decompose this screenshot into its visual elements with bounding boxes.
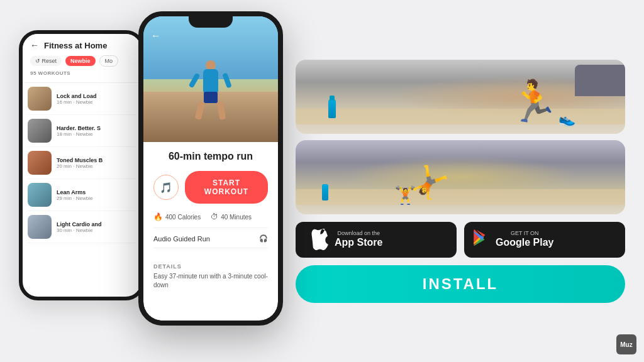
- workout-thumb-1: [28, 87, 52, 111]
- workout-name-5: Light Cardio and: [57, 221, 136, 228]
- details-section: DETAILS Easy 37-minute run with a 3-minu…: [143, 257, 278, 296]
- shoe-detail: 👟: [558, 111, 575, 128]
- workout-name-4: Lean Arms: [57, 189, 136, 195]
- phone-bg-header: ← Fitness at Home ↺ Reset Newbie Mo 95 W…: [23, 34, 141, 83]
- situp-background: 🏃 👟: [296, 60, 625, 134]
- workout-thumb-3: [28, 151, 52, 175]
- workout-meta-4: 29 min · Newbie: [57, 195, 136, 201]
- phones-section: ← Fitness at Home ↺ Reset Newbie Mo 95 W…: [19, 11, 283, 351]
- workout-list: Lock and Load 16 min · Newbie Harder. Be…: [23, 83, 141, 243]
- bg-title: Fitness at Home: [44, 41, 107, 50]
- workout-thumb-2: [28, 119, 52, 143]
- workout-detail-title: 60-min tempo run: [153, 151, 268, 162]
- phone-background: ← Fitness at Home ↺ Reset Newbie Mo 95 W…: [19, 30, 145, 300]
- fg-back-arrow[interactable]: ←: [151, 30, 161, 41]
- audio-label: Audio Guided Run: [153, 235, 210, 243]
- details-text: Easy 37-minute run with a 3-minute cool-…: [153, 272, 268, 290]
- google-main-text: Google Play: [496, 236, 553, 248]
- plank-background: 🏋️ 🤸: [296, 140, 625, 214]
- workout-info-1: Lock and Load 16 min · Newbie: [57, 93, 136, 105]
- workout-info-5: Light Cardio and 30 min · Newbie: [57, 221, 136, 233]
- phone-hero-image: ←: [143, 16, 278, 142]
- store-buttons-row: Download on the App Store GET IT ON Goog…: [296, 222, 625, 258]
- main-container: ← Fitness at Home ↺ Reset Newbie Mo 95 W…: [0, 0, 644, 362]
- list-item[interactable]: Lean Arms 29 min · Newbie: [28, 179, 136, 211]
- apple-sub-text: Download on the: [335, 231, 382, 236]
- couch-element: [575, 65, 625, 96]
- phone-fg-inner: ← 60-min tempo run 🎵 START WORKOUT 🔥: [143, 16, 278, 321]
- muz-badge: Muz: [616, 334, 636, 354]
- situp-figure: 🏃: [509, 81, 559, 121]
- plank-figure: 🤸: [411, 164, 450, 200]
- fire-icon: 🔥: [153, 212, 163, 221]
- apple-logo-icon: [311, 229, 328, 250]
- workout-meta-1: 16 min · Newbie: [57, 99, 136, 105]
- workout-action-row: 🎵 START WORKOUT: [153, 171, 268, 204]
- workout-name-1: Lock and Load: [57, 93, 136, 99]
- list-item[interactable]: Lock and Load 16 min · Newbie: [28, 83, 136, 115]
- workout-photo-plank: 🏋️ 🤸: [296, 140, 625, 214]
- right-section: 🏃 👟 🏋️ 🤸: [296, 13, 625, 349]
- filter-row: ↺ Reset Newbie Mo: [30, 55, 133, 67]
- yoga-mat-2: [296, 189, 625, 205]
- newbie-button[interactable]: Newbie: [65, 56, 96, 66]
- workout-thumb-4: [28, 183, 52, 207]
- list-item[interactable]: Harder. Better. S 18 min · Newbie: [28, 115, 136, 147]
- apple-store-text: Download on the App Store: [335, 231, 382, 248]
- hero-background: [143, 16, 278, 142]
- workouts-count: 95 WORKOUTS: [30, 70, 133, 76]
- details-label: DETAILS: [153, 263, 268, 270]
- google-sub-text: GET IT ON: [496, 231, 553, 236]
- calories-value: 400 Calories: [165, 214, 201, 221]
- workout-detail-panel: 60-min tempo run 🎵 START WORKOUT 🔥 400 C…: [143, 142, 278, 257]
- photos-grid: 🏃 👟 🏋️ 🤸: [296, 60, 625, 214]
- install-button[interactable]: INSTALL: [296, 265, 625, 303]
- bg-back-arrow[interactable]: ←: [30, 40, 39, 50]
- workout-name-2: Harder. Better. S: [57, 125, 136, 131]
- minutes-value: 40 Minutes: [221, 214, 252, 221]
- clock-icon: ⏱: [211, 212, 218, 221]
- phone-foreground: ← 60-min tempo run 🎵 START WORKOUT 🔥: [138, 11, 283, 326]
- google-play-button[interactable]: GET IT ON Google Play: [464, 222, 625, 258]
- reset-button[interactable]: ↺ Reset: [30, 56, 62, 66]
- list-item[interactable]: Toned Muscles B 20 min · Newbie: [28, 147, 136, 179]
- water-bottle-1: [328, 99, 336, 118]
- calories-stat: 🔥 400 Calories: [153, 212, 201, 221]
- workout-meta-2: 18 min · Newbie: [57, 131, 136, 137]
- workout-info-3: Toned Muscles B 20 min · Newbie: [57, 157, 136, 169]
- workout-info-4: Lean Arms 29 min · Newbie: [57, 189, 136, 201]
- audio-row: Audio Guided Run 🎧: [153, 234, 268, 248]
- workout-meta-3: 20 min · Newbie: [57, 163, 136, 169]
- workout-info-2: Harder. Better. S 18 min · Newbie: [57, 125, 136, 137]
- minutes-stat: ⏱ 40 Minutes: [211, 212, 252, 221]
- workout-thumb-5: [28, 215, 52, 239]
- workout-name-3: Toned Muscles B: [57, 157, 136, 163]
- google-store-text: GET IT ON Google Play: [496, 231, 553, 248]
- apple-main-text: App Store: [335, 236, 382, 248]
- list-item[interactable]: Light Cardio and 30 min · Newbie: [28, 211, 136, 243]
- workout-meta-5: 30 min · Newbie: [57, 228, 136, 233]
- music-button[interactable]: 🎵: [153, 175, 179, 200]
- phone-notch: [189, 16, 233, 28]
- start-workout-button[interactable]: START WORKOUT: [185, 171, 268, 204]
- google-play-icon: [473, 228, 489, 251]
- workout-photo-situp: 🏃 👟: [296, 60, 625, 134]
- airpods-icon: 🎧: [259, 234, 268, 243]
- apple-store-button[interactable]: Download on the App Store: [296, 222, 457, 258]
- water-bottle-2: [322, 184, 328, 200]
- more-button[interactable]: Mo: [99, 55, 119, 67]
- music-icon: 🎵: [160, 182, 172, 194]
- workout-stats-row: 🔥 400 Calories ⏱ 40 Minutes: [153, 212, 268, 228]
- runner-figure: [192, 60, 230, 142]
